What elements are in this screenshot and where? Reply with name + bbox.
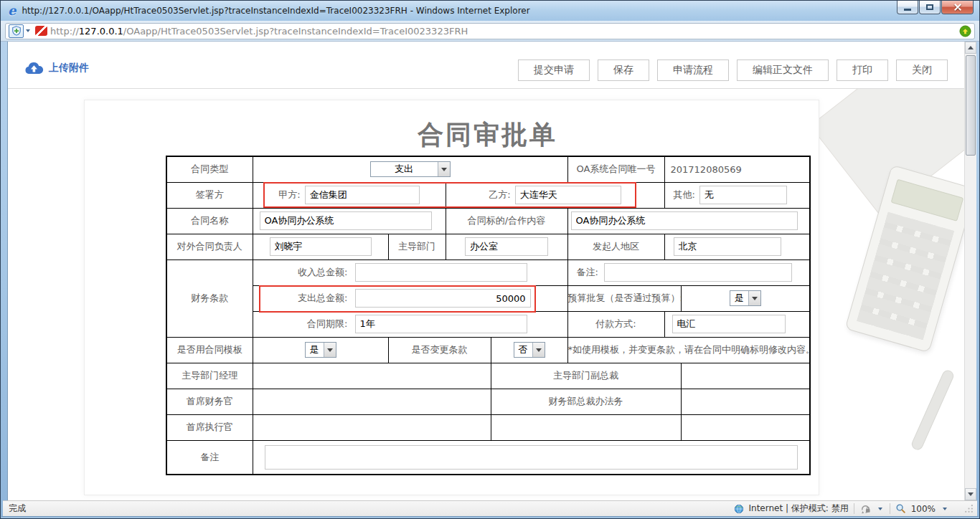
- close-page-button[interactable]: 关闭: [896, 59, 948, 81]
- change-terms-label: 是否变更条款: [388, 337, 491, 363]
- vertical-scrollbar[interactable]: [964, 42, 976, 500]
- address-bar: http://127.0.0.1/OAapp/HtTrace0503Servle…: [1, 21, 979, 42]
- zoom-magnifier-icon[interactable]: [895, 503, 906, 514]
- close-button[interactable]: [941, 1, 974, 14]
- use-template-cell: 是: [253, 337, 388, 363]
- scroll-up-button[interactable]: [965, 42, 976, 54]
- browser-window: e http://127.0.0.1/OAapp/HtTrace0503Serv…: [0, 0, 980, 519]
- scroll-down-button[interactable]: [965, 488, 976, 500]
- url-field[interactable]: http://127.0.0.1/OAapp/HtTrace0503Servle…: [5, 23, 975, 39]
- edit-body-file-button[interactable]: 编辑正文文件: [737, 59, 829, 81]
- party-b-input[interactable]: [515, 186, 621, 204]
- signature-cell: [681, 389, 810, 414]
- initiator-region-cell: [664, 234, 810, 260]
- expense-total-input[interactable]: [355, 289, 531, 308]
- remark-input[interactable]: [265, 445, 798, 470]
- income-total-input[interactable]: [355, 263, 527, 282]
- change-terms-select[interactable]: 否: [514, 342, 545, 358]
- approver-label: 财务部总裁办法务: [491, 389, 681, 414]
- use-template-label: 是否用合同模板: [166, 337, 253, 363]
- external-owner-input[interactable]: [270, 237, 372, 256]
- external-owner-label: 对外合同负责人: [166, 234, 253, 260]
- row-owner: 对外合同负责人 主导部门 发起人地区: [166, 234, 810, 260]
- application-flow-button[interactable]: 申请流程: [657, 59, 729, 81]
- party-b-label: 乙方:: [489, 189, 510, 201]
- payment-method-label: 付款方式:: [567, 311, 664, 337]
- pen-photo: [910, 368, 955, 452]
- party-a-input[interactable]: [305, 186, 420, 204]
- maximize-icon: [926, 4, 933, 10]
- row-cfo: 首席财务官 财务部总裁办法务: [166, 389, 810, 414]
- use-template-select[interactable]: 是: [305, 342, 336, 358]
- separator: [854, 503, 854, 514]
- calculator-photo: [845, 165, 964, 353]
- client-area: 上传附件 提交申请 保存 申请流程 编辑正文文件 打印 关闭 合同审批单: [1, 42, 979, 500]
- finance-terms-label: 财务条款: [166, 260, 253, 337]
- chevron-down-icon[interactable]: [878, 508, 882, 510]
- contract-subject-label: 合同标的/合作内容: [446, 208, 567, 234]
- upload-attachment-button[interactable]: 上传附件: [24, 61, 89, 75]
- template-note: *如使用模板，并变更条款，请在合同中明确标明修改内容。: [567, 337, 810, 363]
- protected-mode-icon[interactable]: [859, 503, 871, 514]
- payment-method-cell: [664, 311, 810, 337]
- initiator-region-input[interactable]: [674, 237, 781, 256]
- save-button[interactable]: 保存: [598, 59, 649, 81]
- payment-method-input[interactable]: [672, 315, 786, 333]
- addon-shield-icon[interactable]: [9, 24, 24, 38]
- party-a-label: 甲方:: [278, 189, 300, 201]
- minimize-icon: [904, 9, 911, 11]
- other-party-cell: 其他:: [664, 182, 810, 208]
- status-bar: 完成 Internet | 保护模式: 禁用 100%: [3, 500, 977, 516]
- signature-cell: [681, 363, 810, 389]
- scrollbar-track[interactable]: [965, 54, 976, 488]
- row-income: 财务条款 收入总金额: 备注:: [166, 260, 810, 285]
- row-remark: 备注: [166, 440, 810, 475]
- window-controls: [896, 1, 974, 14]
- contract-approval-table: 合同类型 支出 OA系统合同唯一号 201712080569 签署方: [166, 156, 811, 475]
- ie-icon: e: [8, 4, 16, 17]
- other-party-input[interactable]: [699, 186, 787, 204]
- finance-note-input[interactable]: [604, 263, 792, 282]
- status-text: 完成: [9, 503, 734, 515]
- arrow-up-icon: [968, 46, 974, 49]
- signature-cell: [253, 363, 491, 389]
- title-bar: e http://127.0.0.1/OAapp/HtTrace0503Serv…: [1, 1, 979, 21]
- download-addon-icon[interactable]: [35, 26, 47, 36]
- contract-name-cell: [253, 208, 446, 234]
- contract-subject-input[interactable]: [571, 211, 798, 230]
- form-title: 合同审批单: [166, 118, 809, 153]
- page-content: 上传附件 提交申请 保存 申请流程 编辑正文文件 打印 关闭 合同审批单: [7, 42, 964, 500]
- chevron-down-icon[interactable]: [943, 508, 947, 510]
- initiator-region-label: 发起人地区: [567, 234, 664, 260]
- lead-dept-cell: [446, 234, 567, 260]
- minimize-button[interactable]: [897, 1, 918, 14]
- contract-subject-cell: [567, 208, 810, 234]
- contract-type-select[interactable]: 支出: [370, 161, 451, 177]
- income-total-cell: 收入总金额:: [253, 260, 567, 285]
- print-button[interactable]: 打印: [837, 59, 888, 81]
- row-expense: 支出总金额: 预算批复（是否通过预算）: 是: [166, 285, 810, 311]
- contract-type-cell: 支出: [253, 156, 567, 182]
- window-title: http://127.0.0.1/OAapp/HtTrace0503Servle…: [22, 6, 529, 16]
- toolbar-divider: [8, 88, 964, 89]
- lead-dept-input[interactable]: [465, 237, 548, 256]
- url-text[interactable]: http://127.0.0.1/OAapp/HtTrace0503Servle…: [50, 26, 955, 37]
- contract-term-cell: 合同期限:: [253, 311, 567, 337]
- accelerator-ball-icon[interactable]: [959, 25, 971, 37]
- zoom-level[interactable]: 100%: [911, 504, 936, 514]
- approver-label: 首席执行官: [166, 414, 253, 440]
- addon-dropdown-icon[interactable]: [26, 29, 30, 32]
- chevron-down-icon: [324, 343, 336, 357]
- budget-approval-select[interactable]: 是: [730, 290, 761, 306]
- resize-grip[interactable]: [964, 504, 974, 514]
- desk-photo-backdrop: [819, 89, 964, 490]
- contract-term-input[interactable]: [355, 315, 527, 333]
- row-template: 是否用合同模板 是 是否变更条款 否: [166, 337, 810, 363]
- maximize-button[interactable]: [919, 1, 941, 14]
- scrollbar-thumb[interactable]: [966, 55, 976, 156]
- row-contract-type: 合同类型 支出 OA系统合同唯一号 201712080569: [166, 156, 810, 182]
- submit-application-button[interactable]: 提交申请: [518, 59, 590, 81]
- contract-name-input[interactable]: [260, 211, 432, 230]
- signature-cell: [253, 389, 491, 414]
- approver-label: 首席财务官: [166, 389, 253, 414]
